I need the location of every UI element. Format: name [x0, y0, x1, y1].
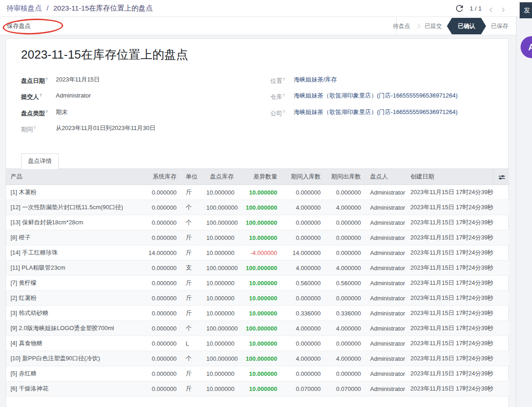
table-row[interactable]: [10] 新PP白色注塑盖90口径(冷饮)0.000000个100.000000… [6, 351, 509, 366]
row-spacer-cell [493, 276, 509, 291]
out-qty-cell: 0.336000 [325, 306, 365, 321]
created-cell: 2023年11月15日 17时24分39秒 [406, 321, 493, 336]
table-row[interactable]: [3] 韩式幼砂糖0.000000斤10.00000010.0000000.33… [6, 306, 509, 321]
field-row: 公司?海峡姐妹茶（歌笛湖印象里店）(门店-1665555596536971264… [270, 108, 493, 118]
table-row[interactable]: [5] 赤红糖0.000000斤10.00000010.0000000.0000… [6, 366, 509, 381]
table-row[interactable]: [13] 保鲜自封袋18cm*28cm0.000000个100.00000010… [6, 215, 509, 230]
field-value-link[interactable]: 海峡姐妹茶/库存 [294, 75, 337, 85]
pager-prev-icon[interactable] [489, 6, 494, 11]
created-cell: 2023年11月15日 17时24分39秒 [406, 336, 493, 351]
status-step-0[interactable]: 待盘点 [388, 17, 415, 35]
diff-qty-cell: 100.000000 [238, 351, 282, 366]
row-spacer-cell [493, 336, 509, 351]
header-out-qty[interactable]: 期间出库数 [325, 169, 365, 185]
counted-qty-cell: 10.000000 [202, 185, 238, 200]
product-cell: [9] 2.0版海峡姐妹LOGO烫金塑胶700ml [6, 321, 135, 336]
table-row[interactable]: [11] PLA粗吸管23cm0.000000支100.000000100.00… [6, 260, 509, 276]
pager-next-icon[interactable] [500, 6, 505, 11]
counted-qty-cell: 10.000000 [202, 336, 238, 351]
counter-cell: Administrator [365, 351, 406, 366]
user-avatar[interactable]: A [521, 36, 532, 58]
row-spacer-cell [493, 230, 509, 245]
status-step-3[interactable]: 已保存 [486, 17, 514, 35]
counter-cell: Administrator [365, 245, 406, 260]
counter-cell: Administrator [365, 230, 406, 245]
row-spacer-cell [493, 291, 509, 306]
system-qty-cell: 14.000000 [135, 245, 181, 260]
unit-cell: 个 [181, 351, 202, 366]
out-qty-cell: 4.000000 [325, 351, 365, 366]
table-row[interactable]: [7] 黄柠檬0.000000斤10.00000010.0000000.5600… [6, 276, 509, 291]
counter-cell: Administrator [365, 336, 406, 351]
product-cell: [11] PLA粗吸管23cm [6, 260, 135, 276]
system-qty-cell: 0.000000 [135, 230, 181, 245]
in-qty-cell: 0.000000 [282, 336, 325, 351]
created-cell: 2023年11月15日 17时24分39秒 [406, 381, 493, 396]
out-qty-cell: 0.000000 [325, 230, 365, 245]
in-qty-cell: 0.000000 [282, 366, 325, 381]
row-spacer-cell [493, 366, 509, 381]
in-qty-cell: 0.560000 [282, 276, 325, 291]
in-qty-cell: 4.000000 [282, 321, 325, 336]
unit-cell: 支 [181, 260, 202, 276]
row-spacer-cell [493, 306, 509, 321]
publish-button[interactable]: 发 [520, 2, 532, 18]
refresh-icon[interactable] [456, 5, 463, 12]
header-unit[interactable]: 单位 [181, 169, 202, 185]
product-cell: [4] 真食物糖 [6, 336, 135, 351]
tab-inventory-details[interactable]: 盘点详情 [21, 153, 59, 169]
header-product[interactable]: 产品 [6, 169, 135, 185]
header-in-qty[interactable]: 期间入库数 [282, 169, 325, 185]
table-row[interactable]: [9] 2.0版海峡姐妹LOGO烫金塑胶700ml0.000000个100.00… [6, 321, 509, 336]
field-row: 仓库?海峡姐妹茶（歌笛湖印象里店）(门店-1665555596536971264… [270, 91, 493, 101]
field-label: 提交人? [21, 91, 56, 101]
table-row[interactable]: [14] 手工红糖珍珠14.000000斤10.000000-4.0000001… [6, 245, 509, 260]
table-row[interactable]: [2] 红薯粉0.000000斤10.00000010.0000000.0000… [6, 291, 509, 306]
counted-qty-cell: 100.000000 [202, 321, 238, 336]
header-counted-qty[interactable]: 盘点库存 [202, 169, 238, 185]
breadcrumb-separator: / [44, 4, 51, 12]
table-row[interactable]: [4] 真食物糖0.000000L10.00000010.0000000.000… [6, 336, 509, 351]
in-qty-cell: 4.000000 [282, 351, 325, 366]
breadcrumb-parent-link[interactable]: 待审核盘点 [6, 4, 42, 12]
counter-cell: Administrator [365, 306, 406, 321]
status-step-1[interactable]: 已提交 [420, 17, 447, 35]
counted-qty-cell: 10.000000 [202, 230, 238, 245]
header-created[interactable]: 创建日期 [406, 169, 493, 185]
statusbar: 待盘点已提交已确认已保存 [396, 17, 516, 35]
statusbar-chevron-icon [415, 23, 420, 28]
help-icon: ? [33, 125, 36, 130]
table-row[interactable]: [1] 木薯粉0.000000斤10.00000010.0000000.0000… [6, 185, 509, 200]
unit-cell: 个 [181, 215, 202, 230]
diff-qty-cell: 100.000000 [238, 215, 282, 230]
created-cell: 2023年11月15日 17时24分39秒 [406, 276, 493, 291]
pager: 1 / 1 [456, 0, 505, 16]
diff-qty-cell: 100.000000 [238, 200, 282, 215]
created-cell: 2023年11月15日 17时24分39秒 [406, 306, 493, 321]
save-inventory-button[interactable]: 保存盘点 [7, 17, 31, 35]
system-qty-cell: 0.000000 [135, 185, 181, 200]
optional-columns-icon[interactable] [493, 169, 509, 185]
row-spacer-cell [493, 351, 509, 366]
row-spacer-cell [493, 215, 509, 230]
field-value-link[interactable]: 海峡姐妹茶（歌笛湖印象里店）(门店-1665555596536971264) [294, 91, 457, 101]
field-value-link[interactable]: 海峡姐妹茶（歌笛湖印象里店）(门店-1665555596536971264) [294, 108, 457, 118]
product-cell: [13] 保鲜自封袋18cm*28cm [6, 215, 135, 230]
counted-qty-cell: 10.000000 [202, 306, 238, 321]
diff-qty-cell: 10.000000 [238, 276, 282, 291]
header-counter[interactable]: 盘点人 [365, 169, 406, 185]
header-diff-qty[interactable]: 差异数量 [238, 169, 282, 185]
product-cell: [2] 红薯粉 [6, 291, 135, 306]
created-cell: 2023年11月15日 17时24分39秒 [406, 245, 493, 260]
row-spacer-cell [493, 245, 509, 260]
table-row[interactable]: [6] 干燥洛神花0.000000斤10.00000010.0000000.07… [6, 381, 509, 396]
counter-cell: Administrator [365, 185, 406, 200]
created-cell: 2023年11月15日 17时24分39秒 [406, 185, 493, 200]
counted-qty-cell: 100.000000 [202, 200, 238, 215]
status-step-2[interactable]: 已确认 [447, 18, 486, 34]
table-header-row: 产品 系统库存 单位 盘点库存 差异数量 期间入库数 期间出库数 盘点人 创建日… [6, 169, 509, 185]
header-system-qty[interactable]: 系统库存 [135, 169, 181, 185]
table-row[interactable]: [8] 橙子0.000000斤10.00000010.0000000.00000… [6, 230, 509, 245]
table-row[interactable]: [12] 一次性防漏垫片封口纸11.5cm(90口径)0.000000个100.… [6, 200, 509, 215]
row-spacer-cell [493, 200, 509, 215]
